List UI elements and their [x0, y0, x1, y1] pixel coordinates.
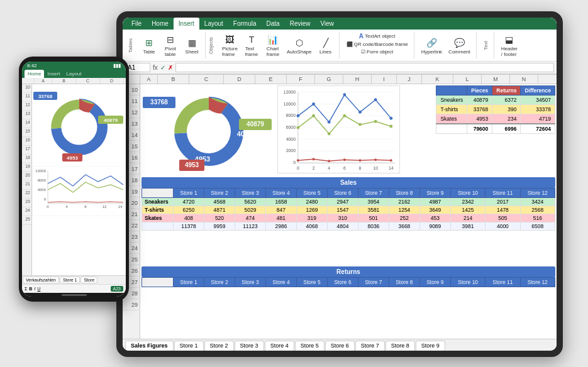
sn-s4: 1658: [265, 198, 296, 206]
sn-s9: 4987: [419, 198, 450, 206]
sheet-button[interactable]: ▦ Sheet: [182, 35, 201, 56]
svg-text:10000: 10000: [284, 102, 296, 106]
phone-col-headers: A B C D: [22, 78, 126, 84]
sheet-tab-store6[interactable]: Store 6: [325, 341, 355, 351]
sheet-tab-store4[interactable]: Store 4: [265, 341, 294, 351]
lines-button[interactable]: ╱ Lines: [316, 35, 335, 56]
svg-text:33768: 33768: [146, 108, 165, 116]
table-button[interactable]: ⊞ Table: [140, 35, 158, 56]
sn-s5: 2480: [296, 198, 327, 206]
sheet-tab-store2[interactable]: Store 2: [204, 341, 234, 351]
hyperlink-group: 🔗 Hyperlink 💬 Comment: [416, 32, 477, 58]
autoshape-button[interactable]: ⬡ AutoShape: [285, 35, 314, 56]
picture-icon: 🖼: [223, 33, 236, 46]
ret-store9: Store 9: [419, 278, 450, 287]
sum-header-returns: Returns: [492, 86, 521, 96]
form-icon: ☑: [361, 49, 365, 55]
col-header-l: L: [453, 75, 482, 84]
tot-s7: 8036: [358, 222, 389, 231]
sum-header-label: [436, 86, 467, 96]
tab-layout[interactable]: Layout: [199, 18, 228, 30]
tab-formula[interactable]: Formula: [228, 18, 262, 30]
line-chart: 12000 10000 8000 6000 4000 2000 0: [277, 85, 400, 176]
sum-row-sneakers: Sneakers 40879 6372 34507: [436, 96, 555, 105]
text-frame-button[interactable]: T Textframe: [242, 32, 261, 58]
phone-tab-insert[interactable]: Insert: [44, 70, 63, 78]
lines-btn-label: Lines: [319, 49, 331, 55]
phone-tab-layout[interactable]: Layout: [63, 70, 84, 78]
sn-s3: 5620: [235, 198, 265, 206]
sales-table: Store 1 Store 2 Store 3 Store 4 Store 5 …: [141, 188, 555, 231]
sk-s11: 505: [485, 214, 520, 222]
phone-tab-home[interactable]: Home: [25, 70, 44, 78]
qr-button[interactable]: ⬛ QR code/Barcode frame: [345, 41, 410, 48]
ret-store2: Store 2: [204, 278, 235, 287]
formula-input[interactable]: [175, 63, 554, 72]
tot-s10: 3981: [450, 222, 485, 231]
phone-tab-store[interactable]: Store: [80, 277, 97, 283]
header-footer-button[interactable]: ⬓ Header/ footer: [499, 32, 519, 58]
svg-text:8: 8: [359, 166, 362, 170]
svg-text:10: 10: [373, 166, 378, 170]
column-headers: A B C D E F G H I J K L M N: [123, 75, 557, 84]
svg-text:33768: 33768: [150, 99, 168, 106]
sheet-tabs: Sales Figures Store 1 Store 2 Store 3 St…: [123, 339, 557, 351]
col-header-b: B: [158, 75, 189, 84]
ts-s12: 2568: [520, 206, 555, 214]
grid-content[interactable]: 33768 40879 4953 33768 40879 4953: [140, 84, 557, 339]
qr-label: QR code/Barcode frame: [354, 41, 408, 47]
textart-button[interactable]: A TextArt object: [357, 32, 397, 40]
col-header-n: N: [510, 75, 538, 84]
cell-reference-input[interactable]: [125, 63, 150, 72]
returns-header: Returns: [141, 266, 555, 277]
sheet-tab-store1[interactable]: Store 1: [174, 341, 204, 351]
sales-store9: Store 9: [419, 189, 450, 198]
tab-file[interactable]: File: [126, 18, 147, 30]
sheet-tab-store3[interactable]: Store 3: [235, 341, 264, 351]
chart-frame-button[interactable]: 📊 Chartframe: [263, 32, 282, 58]
phone-corner: [22, 78, 35, 84]
svg-text:4953: 4953: [185, 162, 199, 168]
phone-tab-verkaufszahlen[interactable]: Verkaufszahlen: [23, 277, 59, 283]
sn-s8: 2162: [389, 198, 419, 206]
header-label: Header/ footer: [501, 46, 518, 57]
total-label: [436, 124, 467, 134]
phone-tab-store1[interactable]: Store 1: [60, 277, 80, 283]
svg-text:14: 14: [389, 166, 394, 170]
sn-s6: 2947: [327, 198, 358, 206]
phone-grid: 10 11 12 13 14 15 16 17 18 19 20 21 22 2…: [22, 84, 126, 275]
hyperlink-button[interactable]: 🔗 Hyperlink: [419, 35, 444, 56]
skates-returns: 234: [492, 114, 521, 124]
tab-view[interactable]: View: [315, 18, 339, 30]
sum-header-diff: Difference: [521, 86, 555, 96]
sk-s8: 252: [389, 214, 419, 222]
sheet-tab-store9[interactable]: Store 9: [416, 341, 445, 351]
sheet-tab-sales-figures[interactable]: Sales Figures: [125, 341, 174, 351]
sales-header: Sales: [141, 177, 555, 188]
comment-button[interactable]: 💬 Comment: [447, 35, 472, 56]
svg-point-43: [343, 114, 346, 118]
svg-point-48: [313, 158, 315, 160]
tab-home[interactable]: Home: [147, 18, 174, 30]
col-header-g: G: [315, 75, 343, 84]
tab-review[interactable]: Review: [285, 18, 316, 30]
sheet-tab-store7[interactable]: Store 7: [355, 341, 385, 351]
tab-insert[interactable]: Insert: [174, 18, 199, 30]
links-group: A TextArt object ⬛ QR code/Barcode frame…: [341, 32, 414, 58]
form-button[interactable]: ☑ Form object: [359, 48, 395, 55]
pivot-table-button[interactable]: ⊟ Pivottable: [161, 32, 180, 58]
ret-store5: Store 5: [296, 278, 327, 287]
hyperlink-label: Hyperlink: [421, 49, 442, 55]
objects-group: 🖼 Pictureframe T Textframe 📊 Chartframe …: [216, 32, 340, 58]
svg-point-46: [389, 125, 392, 128]
ret-store3: Store 3: [235, 278, 265, 287]
tab-data[interactable]: Data: [262, 18, 285, 30]
phone-col-b: B: [52, 78, 76, 84]
col-header-c: C: [189, 75, 224, 84]
picture-frame-button[interactable]: 🖼 Pictureframe: [220, 32, 240, 58]
sheet-tab-store5[interactable]: Store 5: [295, 341, 325, 351]
sheet-tab-store8[interactable]: Store 8: [386, 341, 415, 351]
sales-sneakers-row: Sneakers 4720 4568 5620 1658 2480 2947 3…: [142, 198, 555, 206]
phone-data-area[interactable]: 10 11 12 13 14 15 16 17 18 19 20 21 22 2…: [22, 84, 126, 275]
phone-status-bar: 8:42 ▮▮▮: [22, 62, 126, 70]
